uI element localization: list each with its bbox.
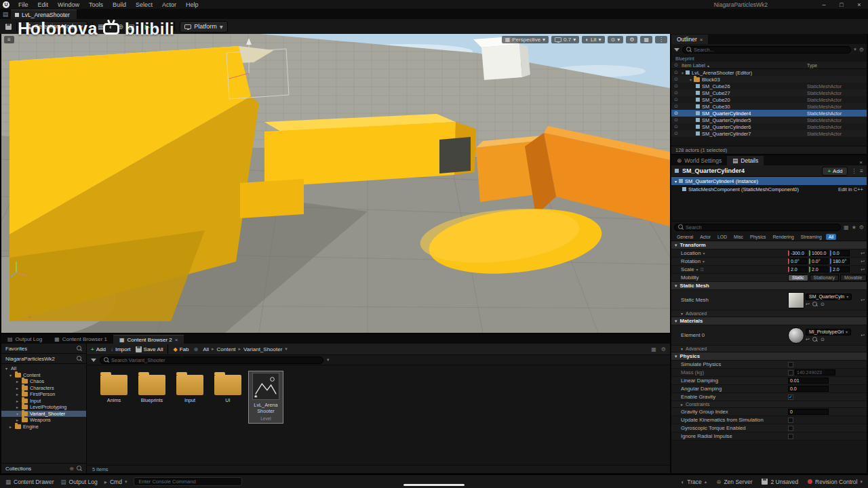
kebab-icon[interactable]: ⋮ xyxy=(851,168,856,174)
gear-icon[interactable]: ⚙ xyxy=(661,346,666,352)
filter-tab-streaming[interactable]: Streaming xyxy=(798,234,825,240)
lock-icon[interactable]: ⚿ xyxy=(701,267,704,272)
expand-arrow-icon[interactable]: ▾ xyxy=(690,77,692,82)
content-drawer-button[interactable]: ▦ Content Drawer xyxy=(5,479,54,485)
menu-file[interactable]: File xyxy=(14,0,33,9)
reset-icon[interactable]: ↩ xyxy=(861,259,865,264)
content-search-input[interactable] xyxy=(111,357,319,363)
expand-arrow-icon[interactable]: ▾ xyxy=(4,366,9,371)
tree-item-chaos[interactable]: ▸Chaos xyxy=(1,378,86,385)
trace-button[interactable]: ◐ Trace ▴ xyxy=(681,479,707,485)
outliner-row[interactable]: ⊙ SM_Cube26 StaticMeshActor xyxy=(671,83,867,89)
landscape-tool-icon[interactable]: ◐ xyxy=(109,23,113,30)
close-icon[interactable]: × xyxy=(175,337,178,343)
camera-speed-control[interactable]: 0.7 ▾ xyxy=(551,36,579,43)
mobility-stationary-button[interactable]: Stationary xyxy=(810,274,840,281)
location-z-field[interactable] xyxy=(830,250,850,256)
tab-content-browser-2[interactable]: ▦ Content Browser 2 × xyxy=(113,335,184,344)
expand-arrow-icon[interactable]: ▸ xyxy=(15,399,20,403)
level-viewport[interactable]: × ≡ ▦ Perspective ▾ 0.7 ▾ ◐ Lit ▾ ⊙▾ ⚙ ▦… xyxy=(1,34,670,333)
filter-tab-physics[interactable]: Physics xyxy=(747,234,768,240)
viewport-menu-button[interactable]: ≡ xyxy=(4,36,14,43)
foliage-tool-icon[interactable]: ⊕ xyxy=(118,23,123,30)
outliner-search[interactable] xyxy=(682,46,851,54)
expand-arrow-icon[interactable]: ▾ xyxy=(15,411,20,416)
chevron-down-icon[interactable]: ▾ xyxy=(703,259,705,264)
viewport-options-button[interactable]: ⋮ xyxy=(655,36,667,43)
maximize-button[interactable]: □ xyxy=(833,1,850,8)
component-row-instance[interactable]: ▾ SM_QuarterCylinder4 (Instance) xyxy=(671,177,867,185)
collections-header[interactable]: Collections ⊕ xyxy=(1,463,86,473)
static-mesh-dropdown[interactable]: SM_QuarterCyln ▾ xyxy=(806,293,852,300)
mobility-movable-button[interactable]: Movable xyxy=(840,274,866,281)
expand-arrow-icon[interactable]: ▸ xyxy=(15,418,20,422)
grid-icon[interactable]: ▦ xyxy=(844,224,849,230)
minimize-button[interactable]: – xyxy=(815,1,833,8)
search-icon[interactable] xyxy=(77,346,82,351)
outliner-row[interactable]: ⊙ SM_QuarterCylinder5 StaticMeshActor xyxy=(671,117,867,123)
angular-damping-field[interactable] xyxy=(788,386,829,392)
filter-tab-lod[interactable]: LOD xyxy=(715,234,730,240)
menu-edit[interactable]: Edit xyxy=(33,0,54,9)
tree-item-engine[interactable]: ▸Engine xyxy=(1,424,86,430)
browse-icon[interactable] xyxy=(812,337,818,342)
folder-tile-anims[interactable]: Anims xyxy=(96,371,132,403)
expand-arrow-icon[interactable]: ▸ xyxy=(15,392,20,396)
expand-arrow-icon[interactable]: ▸ xyxy=(15,386,20,390)
filter-tab-all[interactable]: All xyxy=(826,234,837,240)
tab-outliner[interactable]: Outliner × xyxy=(671,35,708,44)
chevron-down-icon[interactable]: ▾ xyxy=(285,346,288,352)
reset-icon[interactable]: ↩ xyxy=(861,251,865,256)
tree-item-weapons[interactable]: ▸Weapons xyxy=(1,417,86,424)
kebab-icon[interactable]: ⋮ xyxy=(163,23,170,30)
folder-tile-blueprints[interactable]: Blueprints xyxy=(134,371,170,403)
outliner-row[interactable]: ⊙ SM_QuarterCylinder7 StaticMeshActor xyxy=(671,130,867,137)
outliner-search-input[interactable] xyxy=(694,47,847,53)
rotation-x-field[interactable] xyxy=(788,258,808,264)
section-materials[interactable]: ▾ Materials xyxy=(671,317,867,325)
linear-damping-field[interactable] xyxy=(788,378,829,384)
ignore-radial-checkbox[interactable] xyxy=(788,434,793,439)
view-mode-dropdown[interactable]: ◐ Lit ▾ xyxy=(582,36,604,43)
add-collection-icon[interactable]: ⊕ xyxy=(69,466,74,472)
unsaved-button[interactable]: 2 Unsaved xyxy=(762,479,798,485)
folder-tile-ui[interactable]: UI xyxy=(210,371,245,403)
mass-field[interactable] xyxy=(795,369,835,375)
output-log-button[interactable]: ▤ Output Log xyxy=(61,479,98,485)
chevron-down-icon[interactable]: ▾ xyxy=(703,251,705,256)
update-kinematics-checkbox[interactable] xyxy=(788,418,793,423)
scale-y-field[interactable] xyxy=(809,266,829,272)
brush-tool-icon[interactable]: ▤ xyxy=(128,23,134,30)
eye-icon[interactable]: ⊙ xyxy=(821,337,825,342)
details-search[interactable] xyxy=(674,224,841,231)
expand-arrow-icon[interactable]: ▸ xyxy=(8,424,13,429)
details-search-input[interactable] xyxy=(686,224,837,230)
tree-item-input[interactable]: ▸Input xyxy=(1,398,86,405)
chevron-down-icon[interactable]: ▾ xyxy=(854,47,856,52)
zen-server-button[interactable]: ⊕ Zen Server xyxy=(716,479,752,485)
location-x-field[interactable] xyxy=(788,250,808,256)
menu-actor[interactable]: Actor xyxy=(157,0,181,9)
tab-level-asset[interactable]: LvL_ArenaShooter xyxy=(11,9,77,19)
reset-icon[interactable]: ↩ xyxy=(861,267,865,272)
filter-tab-general[interactable]: General xyxy=(674,234,696,240)
filter-tab-actor[interactable]: Actor xyxy=(697,234,713,240)
component-row-staticmesh[interactable]: StaticMeshComponent (StaticMeshComponent… xyxy=(671,185,867,193)
save-icon[interactable] xyxy=(5,24,12,30)
visibility-eye-icon[interactable]: ⊙ xyxy=(674,97,679,102)
visibility-eye-icon[interactable]: ⊙ xyxy=(674,90,679,96)
menu-tools[interactable]: Tools xyxy=(84,0,108,9)
outliner-row[interactable]: ⊙ SM_Cube27 StaticMeshActor xyxy=(671,89,867,96)
section-physics[interactable]: ▾ Physics xyxy=(671,352,867,361)
mobility-static-button[interactable]: Static xyxy=(788,274,808,281)
filter-tab-misc[interactable]: Misc xyxy=(731,234,746,240)
scale-z-field[interactable] xyxy=(830,266,850,272)
tab-world-settings[interactable]: ⊕ World Settings xyxy=(671,156,727,165)
material-dropdown[interactable]: MI_PrototypeGri ▾ xyxy=(806,329,851,336)
location-y-field[interactable] xyxy=(809,250,829,256)
eye-icon[interactable]: ⊙ xyxy=(821,302,825,307)
menu-help[interactable]: Help xyxy=(181,0,203,9)
menu-icon[interactable]: ≡ xyxy=(860,168,863,174)
content-search[interactable] xyxy=(100,357,323,364)
show-flags-dropdown[interactable]: ⊙▾ xyxy=(608,36,624,43)
